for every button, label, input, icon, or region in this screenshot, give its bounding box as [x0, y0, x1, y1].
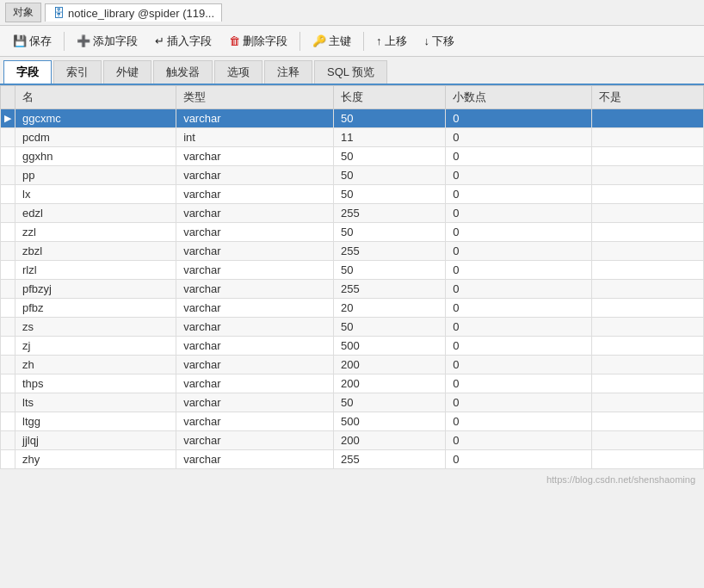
move-up-label: 上移: [385, 34, 407, 49]
cell-decimal: 0: [446, 166, 592, 185]
table-row[interactable]: thpsvarchar2000: [1, 374, 704, 393]
table-row[interactable]: ppvarchar500: [1, 166, 704, 185]
cell-type: varchar: [176, 356, 334, 374]
table-row[interactable]: zjvarchar5000: [1, 337, 704, 356]
cell-type: varchar: [176, 280, 334, 299]
cell-type: varchar: [176, 204, 334, 223]
cell-type: varchar: [176, 109, 334, 128]
table-row[interactable]: ▶ggcxmcvarchar500: [1, 109, 704, 128]
delete-field-label: 删除字段: [243, 34, 287, 49]
inactive-tab[interactable]: 对象: [5, 3, 41, 22]
row-indicator: [1, 318, 15, 337]
cell-type: varchar: [176, 299, 334, 318]
cell-name: zzl: [15, 223, 176, 242]
cell-name: edzl: [15, 204, 176, 223]
table-row[interactable]: pcdmint110: [1, 128, 704, 147]
row-indicator: [1, 356, 15, 374]
row-indicator: [1, 393, 15, 412]
primary-key-button[interactable]: 🔑 主键: [305, 30, 359, 53]
tab-索引[interactable]: 索引: [53, 60, 102, 84]
tab-SQL 预览[interactable]: SQL 预览: [314, 60, 387, 84]
header-length: 长度: [333, 86, 445, 109]
cell-type: varchar: [176, 318, 334, 337]
cell-type: int: [176, 128, 334, 147]
cell-length: 200: [333, 374, 445, 393]
move-up-button[interactable]: ↑ 上移: [368, 30, 415, 53]
add-field-button[interactable]: ➕ 添加字段: [69, 30, 145, 53]
move-down-button[interactable]: ↓ 下移: [417, 30, 463, 53]
cell-name: ggcxmc: [15, 109, 176, 128]
tab-注释[interactable]: 注释: [264, 60, 312, 84]
delete-field-button[interactable]: 🗑 删除字段: [221, 30, 295, 53]
cell-length: 255: [333, 450, 445, 469]
table-row[interactable]: zhyvarchar2550: [1, 450, 704, 469]
header-row: 名 类型 长度 小数点 不是: [1, 86, 704, 109]
cell-length: 255: [333, 204, 445, 223]
cell-notnull: [591, 223, 703, 242]
cell-decimal: 0: [446, 356, 592, 374]
sep-2: [300, 32, 300, 51]
header-type: 类型: [176, 86, 334, 109]
cell-decimal: 0: [446, 374, 592, 393]
tab-字段[interactable]: 字段: [3, 60, 52, 84]
row-indicator: [1, 337, 15, 356]
tab-触发器[interactable]: 触发器: [153, 60, 213, 84]
cell-length: 50: [333, 147, 445, 166]
toolbar: 💾 保存 ➕ 添加字段 ↵ 插入字段 🗑 删除字段 🔑 主键 ↑ 上移 ↓ 下移: [0, 26, 704, 57]
insert-field-button[interactable]: ↵ 插入字段: [147, 30, 219, 53]
cell-name: zj: [15, 337, 176, 356]
cell-notnull: [591, 166, 703, 185]
add-field-label: 添加字段: [93, 34, 138, 49]
table-row[interactable]: edzlvarchar2550: [1, 204, 704, 223]
table-row[interactable]: pfbzyjvarchar2550: [1, 280, 704, 299]
watermark: https://blog.csdn.net/shenshaoming: [547, 474, 695, 485]
row-indicator: ▶: [1, 109, 15, 128]
table-row[interactable]: zsvarchar500: [1, 318, 704, 337]
table-row[interactable]: zbzlvarchar2550: [1, 242, 704, 261]
cell-decimal: 0: [446, 318, 592, 337]
tab-选项[interactable]: 选项: [214, 60, 262, 84]
cell-decimal: 0: [446, 393, 592, 412]
cell-name: zhy: [15, 450, 176, 469]
table-row[interactable]: zhvarchar2000: [1, 356, 704, 374]
cell-notnull: [591, 318, 703, 337]
cell-length: 200: [333, 431, 445, 450]
table-row[interactable]: ggxhnvarchar500: [1, 147, 704, 166]
cell-type: varchar: [176, 223, 334, 242]
cell-decimal: 0: [446, 337, 592, 356]
table-container: 名 类型 长度 小数点 不是 ▶ggcxmcvarchar500pcdmint1…: [0, 85, 704, 469]
cell-notnull: [591, 299, 703, 318]
header-notnull: 不是: [591, 86, 703, 109]
cell-length: 255: [333, 280, 445, 299]
header-indicator: [1, 86, 15, 109]
insert-field-label: 插入字段: [167, 34, 212, 49]
table-row[interactable]: rlzlvarchar500: [1, 261, 704, 280]
fields-table: 名 类型 长度 小数点 不是 ▶ggcxmcvarchar500pcdmint1…: [0, 85, 704, 469]
table-row[interactable]: ltsvarchar500: [1, 393, 704, 412]
row-indicator: [1, 450, 15, 469]
cell-decimal: 0: [446, 431, 592, 450]
table-header: 名 类型 长度 小数点 不是: [1, 86, 704, 109]
active-tab[interactable]: 🗄 notice_library @spider (119...: [45, 3, 222, 22]
cell-length: 50: [333, 318, 445, 337]
row-indicator: [1, 128, 15, 147]
cell-name: lx: [15, 185, 176, 204]
save-button[interactable]: 💾 保存: [5, 30, 59, 53]
tab-外键[interactable]: 外键: [103, 60, 151, 84]
row-indicator: [1, 412, 15, 431]
table-row[interactable]: jjlqjvarchar2000: [1, 431, 704, 450]
row-indicator: [1, 185, 15, 204]
table-row[interactable]: zzlvarchar500: [1, 223, 704, 242]
table-row[interactable]: pfbzvarchar200: [1, 299, 704, 318]
cell-notnull: [591, 450, 703, 469]
cell-name: pp: [15, 166, 176, 185]
row-indicator: [1, 223, 15, 242]
table-row[interactable]: lxvarchar500: [1, 185, 704, 204]
cell-notnull: [591, 412, 703, 431]
cell-decimal: 0: [446, 450, 592, 469]
cell-type: varchar: [176, 337, 334, 356]
row-indicator: [1, 280, 15, 299]
row-indicator: [1, 166, 15, 185]
cell-notnull: [591, 337, 703, 356]
table-row[interactable]: ltggvarchar5000: [1, 412, 704, 431]
